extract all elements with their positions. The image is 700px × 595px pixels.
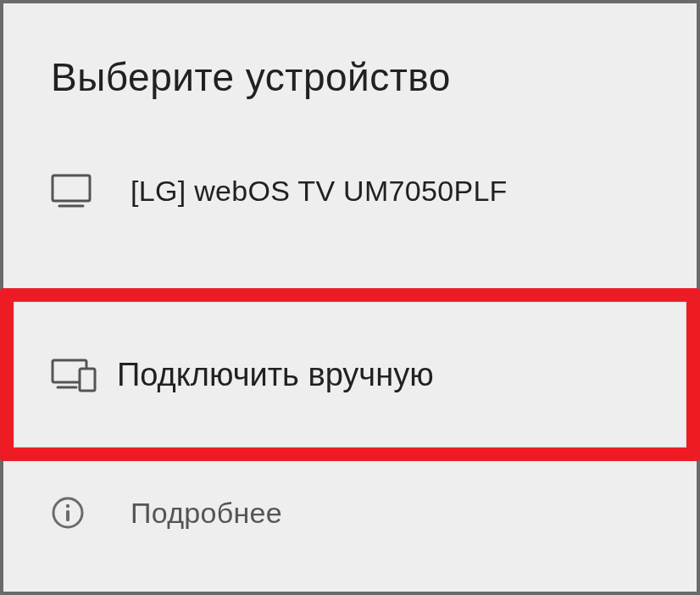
dialog-title: Выберите устройство	[51, 54, 697, 100]
devices-icon	[51, 357, 97, 392]
svg-rect-0	[53, 175, 90, 201]
learn-more-label: Подробнее	[131, 497, 282, 530]
learn-more-row[interactable]: Подробнее	[3, 458, 697, 568]
svg-rect-4	[80, 369, 95, 391]
info-icon	[51, 496, 110, 530]
device-label: [LG] webOS TV UM7050PLF	[131, 175, 508, 208]
svg-rect-7	[66, 510, 69, 521]
tv-icon	[51, 174, 110, 208]
device-row-lg-tv[interactable]: [LG] webOS TV UM7050PLF	[3, 136, 697, 246]
manual-connect-row[interactable]: Подключить вручную	[3, 292, 697, 458]
svg-point-6	[66, 504, 69, 508]
manual-connect-label: Подключить вручную	[117, 357, 434, 393]
manual-connect-highlight: Подключить вручную	[3, 292, 697, 458]
select-device-dialog: Выберите устройство [LG] webOS TV UM7050…	[0, 0, 700, 595]
